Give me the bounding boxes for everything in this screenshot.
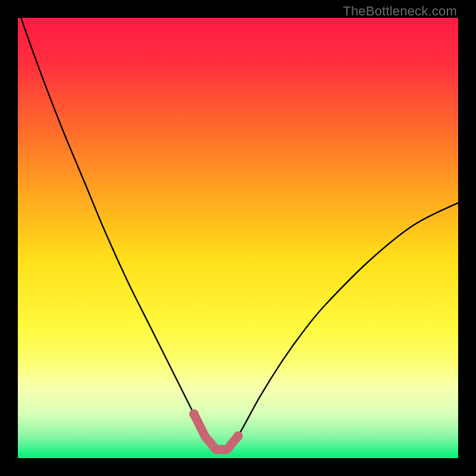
highlight-dot-left: [189, 409, 199, 419]
chart-frame: TheBottleneck.com: [0, 0, 476, 476]
highlight-segment: [194, 414, 238, 450]
highlight-dot-right: [233, 431, 243, 441]
watermark-text: TheBottleneck.com: [343, 4, 457, 19]
plot-area: [18, 18, 458, 458]
bottleneck-curve: [18, 18, 458, 451]
curve-layer: [18, 18, 458, 458]
